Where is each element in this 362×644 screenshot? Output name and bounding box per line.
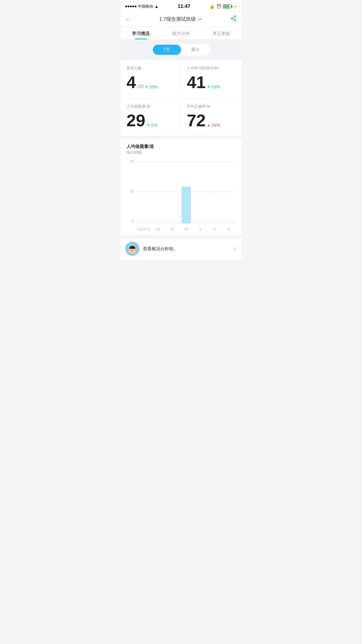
- tab-ability[interactable]: 能力分布: [161, 27, 201, 39]
- down-arrow-icon: ▼: [145, 85, 149, 89]
- stat-login-count: 登录人数 4 /20 ▼ 20%: [121, 60, 181, 98]
- y-label-20: 20: [126, 189, 133, 193]
- tab-study[interactable]: 学习情况: [121, 27, 161, 39]
- header: ← 1.7报告测试班级 ⇌: [121, 12, 241, 27]
- stat-accuracy-number: 72: [187, 112, 206, 129]
- stat-login-value-row: 4 /20 ▼ 20%: [126, 74, 175, 91]
- down-arrow-icon-3: ▼: [147, 123, 150, 127]
- chat-message: 查看概况分析啦。: [143, 246, 229, 252]
- chart-bar-wrap: [207, 159, 221, 223]
- svg-point-2: [234, 20, 236, 21]
- stat-login-label: 登录人数: [126, 66, 175, 71]
- svg-point-1: [231, 18, 233, 19]
- toggle-total[interactable]: 累计: [181, 45, 209, 55]
- stat-accuracy-trend: ▲ 34%: [207, 123, 220, 127]
- x-axis-label: 2: [207, 227, 221, 232]
- stat-accuracy-value-row: 72 ▲ 34%: [187, 112, 236, 129]
- status-left: 中国移动 ▲: [125, 4, 159, 9]
- toggle-7days[interactable]: 7天: [153, 45, 181, 55]
- chart-title: 人均做题量/道: [126, 144, 236, 149]
- x-axis-label: 28: [151, 227, 165, 232]
- stat-studytime-number: 41: [187, 74, 206, 91]
- page-title: 1.7报告测试班级: [159, 16, 196, 22]
- chart-bar-wrap: [193, 159, 207, 223]
- svg-point-9: [133, 248, 134, 249]
- chart-bar-wrap: [151, 159, 165, 223]
- bottom-bar: 查看概况分析啦。 ∧: [121, 238, 241, 259]
- shuffle-icon[interactable]: ⇌: [198, 16, 202, 22]
- stat-studytime-trend: ▼ 63%: [207, 84, 220, 89]
- status-right: 🔒 ⏰ ⚡: [210, 4, 237, 9]
- wifi-icon: ▲: [154, 4, 159, 9]
- stat-questions-number: 29: [126, 112, 145, 129]
- up-arrow-icon: ▲: [207, 123, 211, 127]
- stat-questions-value-row: 29 ▼ 6%: [126, 112, 175, 129]
- chart-bar-wrap: [137, 159, 151, 223]
- alarm-icon: ⏰: [216, 4, 221, 9]
- svg-line-4: [233, 17, 234, 18]
- chart-area: 40 20 0 6月27日282930123: [121, 159, 241, 235]
- time-range-toggle: 7天 累计: [152, 44, 210, 56]
- x-axis-label: 6月27日: [137, 227, 151, 232]
- chat-chevron-icon[interactable]: ∧: [233, 246, 237, 252]
- svg-point-0: [234, 16, 236, 18]
- tab-bar: 学习情况 能力分布 单元掌握: [121, 27, 241, 40]
- share-button[interactable]: [230, 15, 237, 23]
- y-label-0: 0: [126, 219, 133, 223]
- chart-bar-wrap: [165, 159, 179, 223]
- stat-studytime-label: 人均学习时间/分钟: [187, 66, 236, 71]
- tab-unit[interactable]: 单元掌握: [201, 27, 241, 39]
- chart-subtitle: 每日明细: [126, 150, 236, 155]
- x-axis-label: 3: [222, 227, 236, 232]
- stat-questions: 人均做题量/道 29 ▼ 6%: [121, 98, 181, 136]
- stat-study-time: 人均学习时间/分钟 41 ▼ 63%: [181, 60, 241, 98]
- chart-bar-wrap: [179, 159, 193, 223]
- chart-bars: [137, 159, 236, 223]
- chart-x-axis: 6月27日282930123: [137, 227, 236, 232]
- chart-baseline: [137, 223, 236, 223]
- lock-icon: 🔒: [210, 4, 215, 9]
- battery-icon: [223, 4, 231, 8]
- stat-login-total: /20: [137, 84, 143, 89]
- chart-header: 人均做题量/道 每日明细: [121, 144, 241, 156]
- avatar-image: [125, 242, 139, 256]
- x-axis-label: 1: [193, 227, 207, 232]
- signal-icon: [125, 6, 136, 7]
- toggle-section: 7天 累计: [121, 40, 241, 60]
- time-display: 11:47: [178, 4, 190, 9]
- chart-section: 人均做题量/道 每日明细 40 20 0 6月27日282930123: [121, 139, 241, 235]
- x-axis-label: 30: [179, 227, 193, 232]
- carrier-label: 中国移动: [138, 4, 153, 9]
- stat-login-trend: ▼ 20%: [145, 84, 158, 89]
- stats-grid: 登录人数 4 /20 ▼ 20% 人均学习时间/分钟 41 ▼ 63% 人均做题…: [121, 60, 241, 136]
- svg-point-8: [131, 248, 132, 249]
- status-bar: 中国移动 ▲ 11:47 🔒 ⏰ ⚡: [121, 0, 241, 12]
- back-button[interactable]: ←: [125, 16, 131, 22]
- header-title: 1.7报告测试班级 ⇌: [159, 16, 202, 22]
- stat-accuracy-label: 平均正确率/%: [187, 104, 236, 109]
- stat-accuracy: 平均正确率/% 72 ▲ 34%: [181, 98, 241, 136]
- stat-login-number: 4: [126, 74, 136, 91]
- stat-questions-label: 人均做题量/道: [126, 104, 175, 109]
- chart-bar-wrap: [222, 159, 236, 223]
- svg-line-3: [233, 19, 234, 20]
- y-label-40: 40: [126, 159, 133, 163]
- charging-icon: ⚡: [233, 5, 237, 8]
- stat-studytime-value-row: 41 ▼ 63%: [187, 74, 236, 91]
- chart-bar: [182, 187, 191, 223]
- stat-questions-trend: ▼ 6%: [147, 123, 158, 127]
- x-axis-label: 29: [165, 227, 179, 232]
- avatar: [125, 242, 139, 256]
- down-arrow-icon-2: ▼: [207, 85, 211, 89]
